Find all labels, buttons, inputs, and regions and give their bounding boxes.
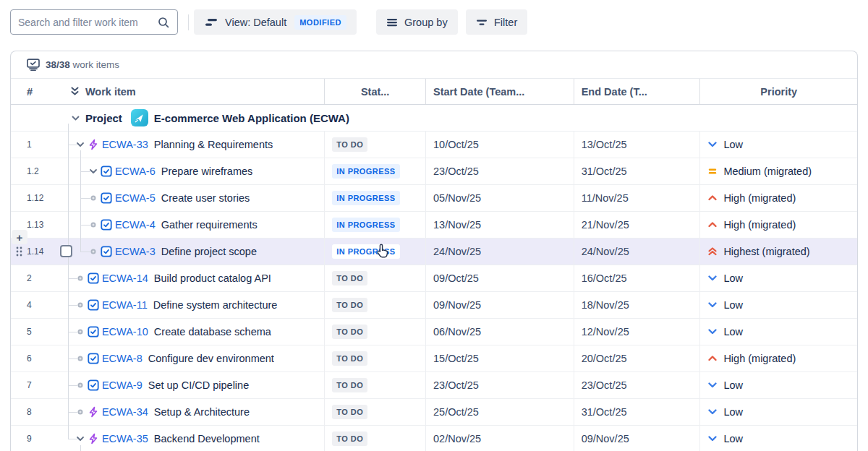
work-item-key[interactable]: ECWA-34: [102, 406, 148, 418]
end-date-cell[interactable]: 12/Nov/25: [574, 319, 700, 345]
search-input[interactable]: [18, 17, 157, 28]
collapse-all-icon[interactable]: [70, 86, 80, 97]
drag-handle[interactable]: [15, 246, 23, 257]
end-date-cell[interactable]: 09/Nov/25: [574, 426, 700, 451]
status-badge[interactable]: IN PROGRESS: [332, 164, 399, 179]
work-item-key[interactable]: ECWA-10: [102, 326, 148, 338]
work-item-cell[interactable]: ECWA-5 Create user stories: [63, 185, 324, 211]
project-group-row[interactable]: Project E-commerce Web Application (ECWA…: [11, 105, 857, 132]
start-date-cell[interactable]: 23/Oct/25: [425, 372, 574, 398]
work-item-cell[interactable]: ECWA-33 Planning & Requirements: [63, 132, 324, 158]
column-header-priority[interactable]: Priority: [699, 79, 857, 104]
status-badge[interactable]: TO DO: [332, 431, 367, 446]
priority-cell[interactable]: Low: [699, 292, 857, 318]
priority-cell[interactable]: High (migrated): [699, 185, 857, 211]
start-date-cell[interactable]: 23/Oct/25: [425, 158, 574, 184]
row-select-checkbox[interactable]: [60, 245, 72, 257]
status-badge[interactable]: TO DO: [332, 325, 367, 339]
work-item-cell[interactable]: ECWA-6 Prepare wireframes: [63, 158, 324, 184]
priority-cell[interactable]: Low: [699, 426, 857, 451]
status-badge[interactable]: TO DO: [332, 378, 367, 392]
status-badge[interactable]: TO DO: [332, 298, 367, 312]
status-cell[interactable]: IN PROGRESS: [324, 185, 425, 211]
end-date-cell[interactable]: 11/Nov/25: [574, 185, 700, 211]
work-item-summary[interactable]: Create user stories: [161, 192, 250, 204]
start-date-cell[interactable]: 24/Nov/25: [425, 239, 574, 265]
add-work-item-button[interactable]: +: [12, 230, 27, 244]
column-header-start-date[interactable]: Start Date (Team...: [425, 79, 574, 104]
work-item-summary[interactable]: Configure dev environment: [148, 353, 274, 364]
start-date-cell[interactable]: 09/Oct/25: [425, 265, 574, 291]
expand-chevron-icon[interactable]: [88, 166, 98, 177]
work-item-key[interactable]: ECWA-3: [115, 246, 156, 257]
status-cell[interactable]: TO DO: [324, 319, 425, 345]
status-cell[interactable]: TO DO: [324, 426, 425, 451]
end-date-cell[interactable]: 13/Oct/25: [574, 132, 700, 158]
end-date-cell[interactable]: 18/Nov/25: [574, 292, 700, 318]
work-item-cell[interactable]: ECWA-11 Define system architecture: [63, 292, 324, 318]
priority-cell[interactable]: Highest (migrated): [699, 239, 857, 265]
work-item-summary[interactable]: Prepare wireframes: [161, 166, 253, 177]
work-item-cell[interactable]: ECWA-10 Create database schema: [63, 319, 324, 345]
work-item-summary[interactable]: Backend Development: [154, 433, 260, 444]
status-cell[interactable]: TO DO: [324, 265, 425, 291]
work-item-summary[interactable]: Define system architecture: [153, 299, 278, 311]
start-date-cell[interactable]: 25/Oct/25: [425, 399, 574, 425]
priority-cell[interactable]: Low: [699, 319, 857, 345]
start-date-cell[interactable]: 13/Nov/25: [425, 212, 574, 238]
work-item-summary[interactable]: Planning & Requirements: [154, 139, 273, 150]
end-date-cell[interactable]: 31/Oct/25: [574, 158, 700, 184]
end-date-cell[interactable]: 23/Oct/25: [574, 372, 700, 398]
start-date-cell[interactable]: 06/Nov/25: [425, 319, 574, 345]
status-cell[interactable]: TO DO: [324, 345, 425, 371]
work-item-summary[interactable]: Setup & Architecture: [154, 406, 250, 418]
status-badge[interactable]: TO DO: [332, 271, 367, 285]
view-settings-button[interactable]: View: Default MODIFIED: [194, 9, 357, 35]
priority-cell[interactable]: Low: [699, 399, 857, 425]
work-item-cell[interactable]: ECWA-34 Setup & Architecture: [63, 399, 324, 425]
work-item-key[interactable]: ECWA-35: [102, 433, 148, 444]
work-item-key[interactable]: ECWA-5: [115, 192, 156, 204]
work-item-cell[interactable]: ECWA-3 Define project scope: [63, 239, 324, 265]
work-item-summary[interactable]: Gather requirements: [161, 219, 258, 231]
end-date-cell[interactable]: 16/Oct/25: [574, 265, 700, 291]
status-badge[interactable]: IN PROGRESS: [332, 244, 399, 259]
status-cell[interactable]: TO DO: [324, 132, 425, 158]
status-badge[interactable]: TO DO: [332, 405, 367, 419]
work-item-cell[interactable]: ECWA-4 Gather requirements: [63, 212, 324, 238]
group-by-button[interactable]: Group by: [376, 9, 458, 35]
start-date-cell[interactable]: 02/Nov/25: [425, 426, 574, 451]
start-date-cell[interactable]: 09/Nov/25: [425, 292, 574, 318]
filter-button[interactable]: Filter: [466, 9, 527, 35]
work-item-summary[interactable]: Build product catalog API: [154, 272, 271, 284]
work-item-summary[interactable]: Create database schema: [154, 326, 271, 338]
status-cell[interactable]: IN PROGRESS: [324, 239, 425, 265]
priority-cell[interactable]: Low: [699, 265, 857, 291]
start-date-cell[interactable]: 15/Oct/25: [425, 345, 574, 371]
work-item-key[interactable]: ECWA-8: [102, 353, 142, 364]
work-item-summary[interactable]: Define project scope: [161, 246, 257, 257]
work-item-key[interactable]: ECWA-4: [115, 219, 156, 231]
priority-cell[interactable]: Low: [699, 372, 857, 398]
work-item-key[interactable]: ECWA-6: [115, 166, 156, 177]
status-badge[interactable]: TO DO: [332, 351, 367, 366]
status-badge[interactable]: TO DO: [332, 137, 367, 152]
work-item-key[interactable]: ECWA-9: [102, 379, 142, 391]
column-header-work-item[interactable]: Work item: [63, 79, 324, 104]
status-cell[interactable]: TO DO: [324, 372, 425, 398]
work-item-cell[interactable]: ECWA-9 Set up CI/CD pipeline: [63, 372, 324, 398]
end-date-cell[interactable]: 24/Nov/25: [574, 239, 700, 265]
status-cell[interactable]: TO DO: [324, 399, 425, 425]
start-date-cell[interactable]: 10/Oct/25: [425, 132, 574, 158]
work-item-cell[interactable]: ECWA-8 Configure dev environment: [63, 345, 324, 371]
priority-cell[interactable]: Low: [699, 132, 857, 158]
status-cell[interactable]: TO DO: [324, 292, 425, 318]
work-item-key[interactable]: ECWA-33: [102, 139, 148, 150]
work-item-key[interactable]: ECWA-11: [102, 299, 148, 311]
work-item-key[interactable]: ECWA-14: [102, 272, 148, 284]
column-header-number[interactable]: #: [11, 79, 63, 104]
priority-cell[interactable]: High (migrated): [699, 212, 857, 238]
end-date-cell[interactable]: 20/Oct/25: [574, 345, 700, 371]
status-cell[interactable]: IN PROGRESS: [324, 212, 425, 238]
column-header-status[interactable]: Stat...: [324, 79, 425, 104]
